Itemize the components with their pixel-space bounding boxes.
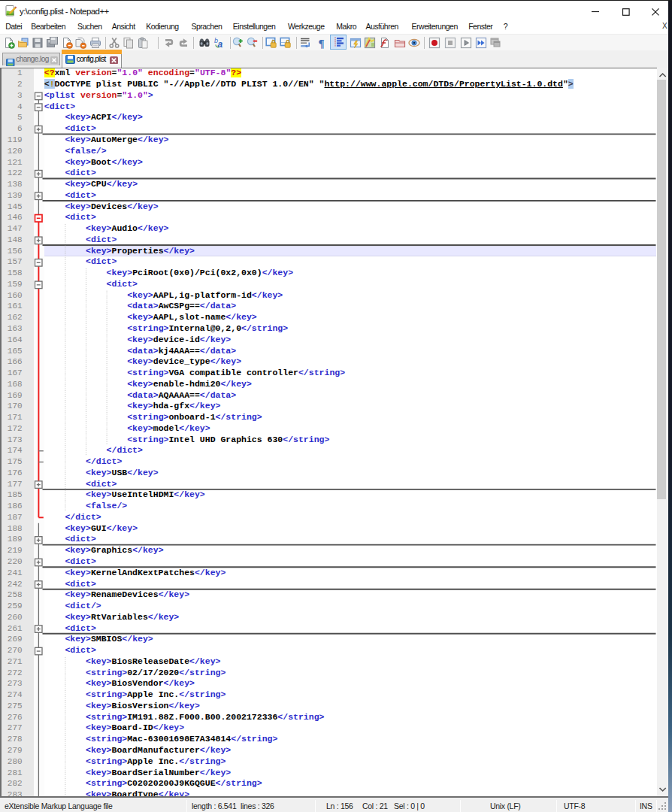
svg-text:¶: ¶ [319, 38, 325, 50]
